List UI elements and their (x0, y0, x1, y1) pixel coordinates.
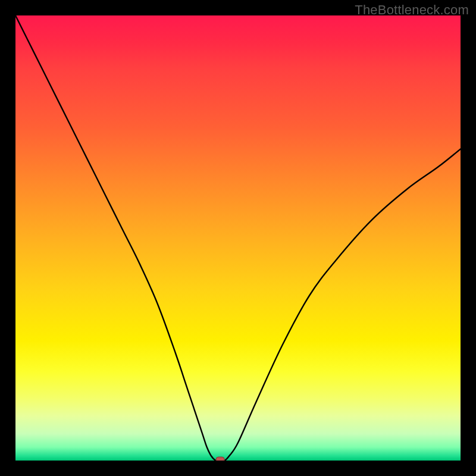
watermark-text: TheBottleneck.com (355, 2, 469, 18)
plot-area (15, 15, 461, 461)
chart-frame: TheBottleneck.com (0, 0, 476, 476)
curve-svg (15, 15, 461, 461)
bottleneck-curve-path (15, 15, 461, 461)
minimum-marker (216, 457, 224, 461)
